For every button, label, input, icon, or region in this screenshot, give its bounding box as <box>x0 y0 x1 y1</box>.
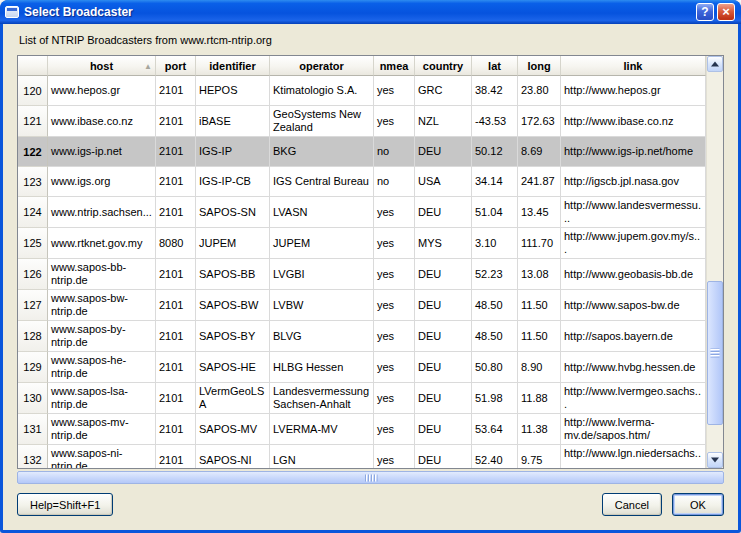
column-header-nmea[interactable]: nmea <box>374 56 415 76</box>
cell-operator[interactable]: LGN <box>270 445 374 468</box>
cell-link[interactable]: http://igscb.jpl.nasa.gov <box>561 167 706 197</box>
cell-host[interactable]: www.rtknet.gov.my <box>48 228 156 259</box>
cell-identifier[interactable]: HEPOS <box>196 76 270 106</box>
cell-operator[interactable]: IGS Central Bureau <box>270 167 374 197</box>
column-header-lat[interactable]: lat <box>472 56 518 76</box>
horizontal-scroll-thumb[interactable] <box>17 471 724 484</box>
cell-link[interactable]: http://www.landesvermessu... <box>561 197 706 228</box>
cell-lat[interactable]: 48.50 <box>472 290 518 321</box>
table-row[interactable]: 132 www.sapos-ni-ntrip.de 2101 SAPOS-NI … <box>18 445 706 468</box>
cell-country[interactable]: DEU <box>415 290 472 321</box>
table-row[interactable]: 130 www.sapos-lsa-ntrip.de 2101 LVermGeo… <box>18 383 706 414</box>
column-header-identifier[interactable]: identifier <box>196 56 270 76</box>
scroll-down-icon[interactable] <box>707 452 723 468</box>
scroll-up-icon[interactable] <box>707 56 723 72</box>
cell-nmea[interactable]: yes <box>374 352 415 383</box>
cell-host[interactable]: www.sapos-bb-ntrip.de <box>48 259 156 290</box>
cell-link[interactable]: http://www.lvermgeo.sachs... <box>561 383 706 414</box>
cell-identifier[interactable]: IGS-IP-CB <box>196 167 270 197</box>
cell-nmea[interactable]: no <box>374 137 415 167</box>
cell-host[interactable]: www.ibase.co.nz <box>48 106 156 137</box>
cell-operator[interactable]: BKG <box>270 137 374 167</box>
cell-host[interactable]: www.sapos-by-ntrip.de <box>48 321 156 352</box>
row-number[interactable]: 128 <box>18 321 48 352</box>
cell-host[interactable]: www.sapos-lsa-ntrip.de <box>48 383 156 414</box>
cell-port[interactable]: 2101 <box>156 414 196 445</box>
cell-host[interactable]: www.igs-ip.net <box>48 137 156 167</box>
cell-country[interactable]: GRC <box>415 76 472 106</box>
cell-long[interactable]: 23.80 <box>518 76 561 106</box>
cell-port[interactable]: 2101 <box>156 197 196 228</box>
cell-identifier[interactable]: JUPEM <box>196 228 270 259</box>
cell-operator[interactable]: LVBW <box>270 290 374 321</box>
cell-host[interactable]: www.sapos-mv-ntrip.de <box>48 414 156 445</box>
cell-host[interactable]: www.igs.org <box>48 167 156 197</box>
cell-identifier[interactable]: SAPOS-HE <box>196 352 270 383</box>
cell-lat[interactable]: 34.14 <box>472 167 518 197</box>
cell-link[interactable]: http://www.sapos-bw.de <box>561 290 706 321</box>
cell-country[interactable]: DEU <box>415 445 472 468</box>
cell-identifier[interactable]: LVermGeoLSA <box>196 383 270 414</box>
cell-port[interactable]: 2101 <box>156 259 196 290</box>
cell-identifier[interactable]: SAPOS-BB <box>196 259 270 290</box>
cell-port[interactable]: 2101 <box>156 321 196 352</box>
cell-operator[interactable]: Landesvermessung Sachsen-Anhalt <box>270 383 374 414</box>
cell-nmea[interactable]: yes <box>374 383 415 414</box>
row-number[interactable]: 130 <box>18 383 48 414</box>
cell-long[interactable]: 241.87 <box>518 167 561 197</box>
table-row[interactable]: 120 www.hepos.gr 2101 HEPOS Ktimatologio… <box>18 76 706 106</box>
table-row[interactable]: 127 www.sapos-bw-ntrip.de 2101 SAPOS-BW … <box>18 290 706 321</box>
row-number[interactable]: 122 <box>18 137 48 167</box>
cell-nmea[interactable]: yes <box>374 76 415 106</box>
cell-lat[interactable]: 38.42 <box>472 76 518 106</box>
cell-link[interactable]: http://www.igs-ip.net/home <box>561 137 706 167</box>
cell-port[interactable]: 2101 <box>156 106 196 137</box>
help-button[interactable]: Help=Shift+F1 <box>17 493 113 516</box>
cell-country[interactable]: DEU <box>415 352 472 383</box>
table-row[interactable]: 131 www.sapos-mv-ntrip.de 2101 SAPOS-MV … <box>18 414 706 445</box>
cell-identifier[interactable]: SAPOS-BW <box>196 290 270 321</box>
cell-long[interactable]: 11.50 <box>518 321 561 352</box>
table-row[interactable]: 125 www.rtknet.gov.my 8080 JUPEM JUPEM y… <box>18 228 706 259</box>
cell-operator[interactable]: JUPEM <box>270 228 374 259</box>
column-header-host[interactable]: host <box>48 56 156 76</box>
cell-link[interactable]: http://www.hepos.gr <box>561 76 706 106</box>
cell-link[interactable]: http://www.ibase.co.nz <box>561 106 706 137</box>
row-number[interactable]: 121 <box>18 106 48 137</box>
cell-long[interactable]: 9.75 <box>518 445 561 468</box>
cell-operator[interactable]: LVGBI <box>270 259 374 290</box>
cell-nmea[interactable]: yes <box>374 414 415 445</box>
cell-operator[interactable]: Ktimatologio S.A. <box>270 76 374 106</box>
cell-link[interactable]: http://www.lgn.niedersachs... <box>561 445 706 468</box>
column-header-long[interactable]: long <box>518 56 561 76</box>
cell-identifier[interactable]: IGS-IP <box>196 137 270 167</box>
cell-operator[interactable]: BLVG <box>270 321 374 352</box>
column-header-port[interactable]: port <box>156 56 196 76</box>
cell-link[interactable]: http://sapos.bayern.de <box>561 321 706 352</box>
help-icon[interactable]: ? <box>696 3 714 21</box>
cell-lat[interactable]: 52.23 <box>472 259 518 290</box>
row-number[interactable]: 123 <box>18 167 48 197</box>
titlebar[interactable]: Select Broadcaster ? × <box>0 0 741 24</box>
cell-country[interactable]: DEU <box>415 383 472 414</box>
cell-port[interactable]: 2101 <box>156 137 196 167</box>
cell-lat[interactable]: 51.98 <box>472 383 518 414</box>
cell-operator[interactable]: GeoSystems New Zealand <box>270 106 374 137</box>
cell-long[interactable]: 8.90 <box>518 352 561 383</box>
cell-operator[interactable]: HLBG Hessen <box>270 352 374 383</box>
cell-identifier[interactable]: SAPOS-NI <box>196 445 270 468</box>
table-row[interactable]: 121 www.ibase.co.nz 2101 iBASE GeoSystem… <box>18 106 706 137</box>
cell-lat[interactable]: 53.64 <box>472 414 518 445</box>
row-number[interactable]: 126 <box>18 259 48 290</box>
cell-nmea[interactable]: yes <box>374 197 415 228</box>
cell-country[interactable]: NZL <box>415 106 472 137</box>
row-number[interactable]: 131 <box>18 414 48 445</box>
close-icon[interactable]: × <box>717 3 735 21</box>
cell-port[interactable]: 2101 <box>156 167 196 197</box>
cell-nmea[interactable]: yes <box>374 321 415 352</box>
cell-lat[interactable]: -43.53 <box>472 106 518 137</box>
cell-port[interactable]: 2101 <box>156 445 196 468</box>
cell-host[interactable]: www.hepos.gr <box>48 76 156 106</box>
cell-long[interactable]: 172.63 <box>518 106 561 137</box>
row-number[interactable]: 132 <box>18 445 48 468</box>
